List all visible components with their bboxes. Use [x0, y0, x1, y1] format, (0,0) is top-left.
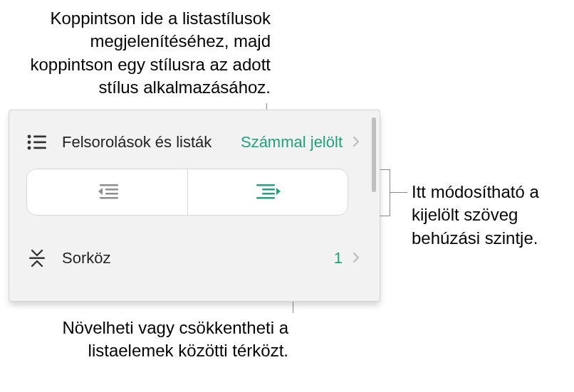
- svg-rect-8: [105, 193, 118, 195]
- svg-rect-14: [29, 258, 45, 260]
- annotation-line-spacing: Növelheti vagy csökkentheti a listaeleme…: [39, 317, 288, 363]
- scrollbar-thumb[interactable]: [372, 117, 376, 192]
- bullet-list-icon: [26, 133, 48, 152]
- svg-point-2: [28, 141, 31, 144]
- chevron-right-icon: [353, 250, 360, 267]
- svg-point-0: [28, 135, 31, 139]
- svg-rect-6: [100, 184, 118, 186]
- line-spacing-icon: [26, 248, 48, 269]
- callout-line: [390, 192, 407, 193]
- line-spacing-row[interactable]: Sorköz 1: [9, 237, 368, 280]
- svg-rect-11: [262, 189, 275, 191]
- bullets-lists-row[interactable]: Felsorolások és listák Számmal jelölt: [9, 117, 368, 167]
- annotation-indent-level: Itt módosítható a kijelölt szöveg behúzá…: [412, 181, 568, 250]
- outdent-button[interactable]: [27, 169, 187, 215]
- annotation-list-styles: Koppintson ide a listastílusok megjelení…: [7, 7, 271, 100]
- line-spacing-value: 1: [334, 249, 343, 267]
- svg-rect-5: [33, 147, 46, 149]
- format-panel: Felsorolások és listák Számmal jelölt: [9, 110, 380, 301]
- indent-button[interactable]: [187, 169, 348, 215]
- svg-rect-1: [33, 136, 46, 138]
- svg-rect-12: [262, 193, 275, 195]
- bullets-lists-value: Számmal jelölt: [241, 132, 343, 152]
- indent-segmented-control: [26, 169, 348, 216]
- svg-rect-7: [105, 189, 118, 191]
- line-spacing-label: Sorköz: [62, 249, 334, 267]
- chevron-right-icon: [353, 134, 360, 151]
- svg-rect-10: [256, 184, 275, 186]
- svg-rect-9: [100, 197, 118, 199]
- svg-point-4: [28, 147, 31, 150]
- svg-rect-13: [256, 197, 275, 199]
- bullets-lists-label: Felsorolások és listák: [62, 132, 241, 152]
- svg-rect-3: [33, 142, 46, 144]
